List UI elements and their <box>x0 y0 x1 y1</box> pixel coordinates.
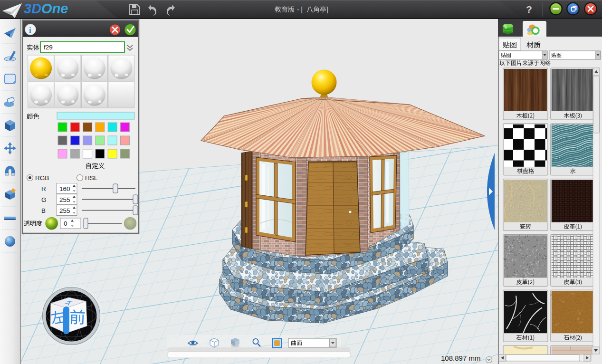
svg-text:160: 160 <box>59 185 70 192</box>
svg-text:HSL: HSL <box>85 174 98 182</box>
svg-text:i: i <box>29 26 31 35</box>
svg-text:f29: f29 <box>44 44 53 51</box>
svg-text:R: R <box>41 185 46 192</box>
svg-text:RGB: RGB <box>35 174 49 182</box>
svg-text:- [: - [ <box>297 6 303 13</box>
svg-text:255: 255 <box>59 196 70 203</box>
svg-text:?: ? <box>526 4 532 15</box>
svg-text:B: B <box>41 207 46 214</box>
svg-text:255: 255 <box>59 207 70 214</box>
svg-text:]: ] <box>326 6 328 13</box>
svg-text:0: 0 <box>64 220 67 227</box>
svg-text:G: G <box>41 196 47 203</box>
